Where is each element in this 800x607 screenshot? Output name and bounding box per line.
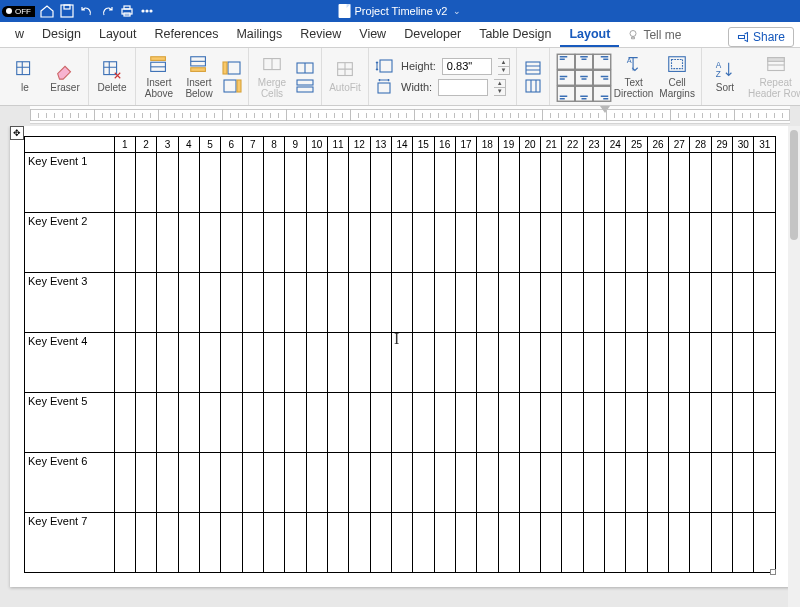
- cell[interactable]: [562, 333, 583, 393]
- split-cells-icon[interactable]: [295, 60, 315, 76]
- cell[interactable]: [434, 153, 455, 213]
- align-bc[interactable]: [574, 86, 594, 102]
- cell[interactable]: [477, 393, 498, 453]
- table-row[interactable]: Key Event 3: [25, 273, 776, 333]
- cell[interactable]: [434, 333, 455, 393]
- header-day[interactable]: 26: [647, 137, 668, 153]
- row-label[interactable]: Key Event 2: [25, 213, 115, 273]
- cell[interactable]: [690, 273, 711, 333]
- cell[interactable]: [413, 393, 434, 453]
- cell[interactable]: [157, 513, 178, 573]
- cell[interactable]: [306, 453, 327, 513]
- cell[interactable]: [327, 393, 348, 453]
- header-day[interactable]: 9: [285, 137, 306, 153]
- eraser-button[interactable]: Eraser: [48, 59, 82, 94]
- table-resize-handle[interactable]: [770, 569, 776, 575]
- cell[interactable]: [349, 333, 370, 393]
- cell[interactable]: [562, 513, 583, 573]
- cell[interactable]: [711, 393, 732, 453]
- cell[interactable]: [306, 213, 327, 273]
- cell[interactable]: [114, 333, 135, 393]
- header-day[interactable]: 3: [157, 137, 178, 153]
- cell[interactable]: [413, 153, 434, 213]
- cell[interactable]: [306, 513, 327, 573]
- cell[interactable]: [647, 153, 668, 213]
- cell[interactable]: [413, 453, 434, 513]
- header-day[interactable]: 24: [605, 137, 626, 153]
- header-day[interactable]: 7: [242, 137, 263, 153]
- header-day[interactable]: 2: [135, 137, 156, 153]
- cell[interactable]: [562, 213, 583, 273]
- header-day[interactable]: 1: [114, 137, 135, 153]
- cell[interactable]: [391, 213, 412, 273]
- cell[interactable]: [541, 333, 562, 393]
- distribute-rows-icon[interactable]: [523, 60, 543, 76]
- header-day[interactable]: 23: [583, 137, 604, 153]
- insert-below-button[interactable]: Insert Below: [182, 54, 216, 99]
- undo-icon[interactable]: [79, 3, 95, 19]
- cell[interactable]: [754, 453, 776, 513]
- cell[interactable]: [455, 333, 476, 393]
- cell[interactable]: [754, 393, 776, 453]
- header-day[interactable]: 29: [711, 137, 732, 153]
- cell[interactable]: [498, 153, 519, 213]
- cell[interactable]: [754, 513, 776, 573]
- cell[interactable]: [242, 273, 263, 333]
- cell[interactable]: [605, 393, 626, 453]
- row-label[interactable]: Key Event 7: [25, 513, 115, 573]
- cell[interactable]: [242, 213, 263, 273]
- cell[interactable]: [690, 153, 711, 213]
- header-day[interactable]: 30: [733, 137, 754, 153]
- cell[interactable]: [605, 513, 626, 573]
- row-label[interactable]: Key Event 6: [25, 453, 115, 513]
- title-chevron-icon[interactable]: ⌄: [453, 6, 461, 16]
- cell[interactable]: [221, 273, 242, 333]
- align-mc[interactable]: [574, 70, 594, 86]
- header-corner[interactable]: [25, 137, 115, 153]
- cell[interactable]: [541, 153, 562, 213]
- print-icon[interactable]: [119, 3, 135, 19]
- home-icon[interactable]: [39, 3, 55, 19]
- cell[interactable]: [583, 153, 604, 213]
- cell[interactable]: [733, 453, 754, 513]
- cell[interactable]: [626, 453, 647, 513]
- cell[interactable]: [157, 333, 178, 393]
- table-row[interactable]: Key Event 2: [25, 213, 776, 273]
- cell[interactable]: [135, 213, 156, 273]
- cell[interactable]: [669, 513, 690, 573]
- cell[interactable]: [669, 153, 690, 213]
- header-day[interactable]: 15: [413, 137, 434, 153]
- cell[interactable]: [519, 153, 540, 213]
- cell[interactable]: [370, 153, 391, 213]
- width-input[interactable]: [438, 79, 488, 96]
- header-day[interactable]: 21: [541, 137, 562, 153]
- row-label[interactable]: Key Event 5: [25, 393, 115, 453]
- table-row[interactable]: Key Event 6: [25, 453, 776, 513]
- align-ml[interactable]: [556, 70, 576, 86]
- cell[interactable]: [647, 453, 668, 513]
- cell[interactable]: [199, 513, 220, 573]
- cell[interactable]: [711, 513, 732, 573]
- cell[interactable]: [370, 273, 391, 333]
- cell[interactable]: [519, 213, 540, 273]
- cell[interactable]: [391, 153, 412, 213]
- cell[interactable]: [285, 393, 306, 453]
- cell[interactable]: [157, 453, 178, 513]
- cell[interactable]: [690, 393, 711, 453]
- document-title[interactable]: Project Timeline v2 ⌄: [339, 4, 462, 18]
- cell[interactable]: [285, 513, 306, 573]
- cell[interactable]: [391, 513, 412, 573]
- table-move-handle[interactable]: ✥: [10, 126, 24, 140]
- cell[interactable]: [562, 153, 583, 213]
- cell[interactable]: [370, 453, 391, 513]
- cell[interactable]: [135, 273, 156, 333]
- tab-view[interactable]: View: [350, 22, 395, 47]
- cell[interactable]: [199, 273, 220, 333]
- cell[interactable]: [733, 273, 754, 333]
- tab-design[interactable]: Design: [33, 22, 90, 47]
- cell[interactable]: [477, 453, 498, 513]
- header-day[interactable]: 12: [349, 137, 370, 153]
- cell[interactable]: [178, 453, 199, 513]
- cell[interactable]: [519, 273, 540, 333]
- cell[interactable]: [114, 453, 135, 513]
